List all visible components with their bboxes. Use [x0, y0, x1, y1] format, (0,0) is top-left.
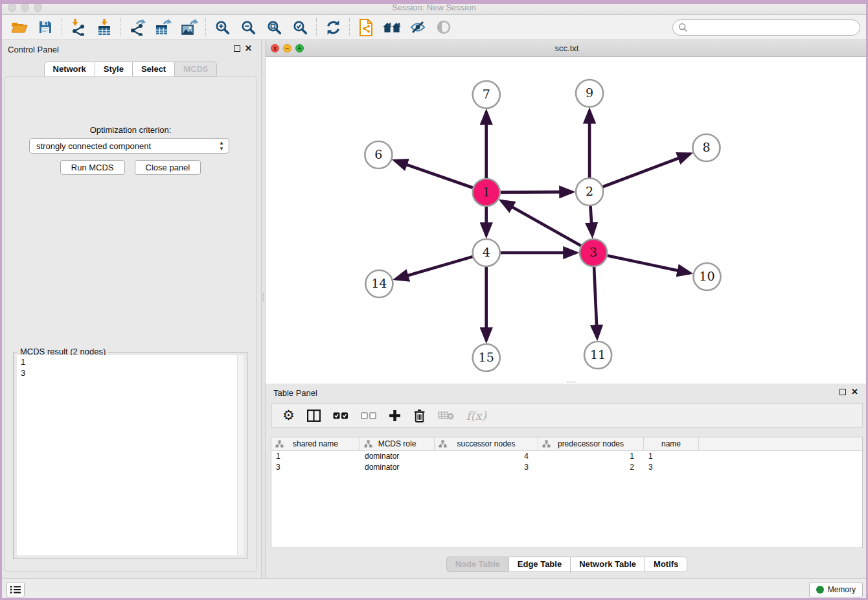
- control-panel-title: Control Panel: [8, 45, 59, 54]
- table-cell[interactable]: 3: [435, 462, 538, 473]
- table-row[interactable]: 1dominator411: [271, 451, 862, 462]
- column-header-predecessor-nodes[interactable]: predecessor nodes: [538, 437, 644, 450]
- network-graph[interactable]: 7968124314101511: [266, 57, 868, 384]
- graph-node-14[interactable]: 14: [365, 270, 393, 297]
- import-network-icon[interactable]: [65, 17, 91, 38]
- graph-node-2[interactable]: 2: [576, 178, 603, 205]
- delete-columns-icon[interactable]: [413, 409, 426, 422]
- table-cell[interactable]: dominator: [360, 462, 435, 473]
- table-cell[interactable]: 3: [644, 462, 699, 473]
- column-header-filler: [699, 437, 862, 450]
- export-table-icon[interactable]: [150, 17, 176, 38]
- import-table-icon[interactable]: [91, 17, 117, 38]
- graph-node-4[interactable]: 4: [473, 239, 500, 266]
- run-mcds-button[interactable]: Run MCDS: [60, 160, 125, 175]
- table-cell[interactable]: 1: [271, 451, 360, 462]
- zoom-in-icon[interactable]: [209, 17, 235, 38]
- create-column-icon[interactable]: [389, 410, 401, 422]
- tab-select[interactable]: Select: [133, 62, 175, 77]
- close-table-panel-icon[interactable]: ✕: [851, 387, 858, 397]
- tab-network[interactable]: Network: [44, 62, 95, 77]
- zoom-selected-icon[interactable]: [287, 17, 313, 38]
- svg-text:4: 4: [483, 246, 490, 260]
- table-row[interactable]: 3dominator323: [271, 462, 862, 473]
- memory-button[interactable]: Memory: [809, 582, 863, 597]
- graph-node-8[interactable]: 8: [692, 134, 720, 161]
- mcds-result-scrollbar[interactable]: [237, 355, 244, 555]
- session-title: Session: New Session: [0, 3, 868, 12]
- export-image-icon[interactable]: [176, 17, 202, 38]
- search-input[interactable]: [691, 23, 860, 32]
- main-toolbar: [0, 15, 868, 40]
- network-window-titlebar[interactable]: x − + scc.txt: [266, 40, 868, 57]
- table-tabs: Node TableEdge TableNetwork TableMotifs: [266, 557, 868, 572]
- tab-network-table[interactable]: Network Table: [571, 557, 645, 572]
- column-header-name[interactable]: name: [644, 437, 699, 450]
- refresh-icon[interactable]: [320, 17, 346, 38]
- network-canvas[interactable]: 7968124314101511: [266, 57, 868, 384]
- close-panel-button[interactable]: Close panel: [135, 160, 201, 175]
- svg-text:3: 3: [589, 246, 597, 260]
- graph-node-6[interactable]: 6: [365, 141, 392, 168]
- zoom-fit-icon[interactable]: [261, 17, 287, 38]
- graph-edge-3-11[interactable]: [594, 267, 597, 338]
- search-box[interactable]: [672, 19, 860, 36]
- mcds-result-group: MCDS result (2 nodes) 13: [13, 352, 247, 559]
- mcds-result-line: 1: [21, 356, 240, 367]
- graph-node-1[interactable]: 1: [473, 179, 500, 206]
- panel-splitter[interactable]: [261, 40, 266, 578]
- float-table-panel-icon[interactable]: [839, 389, 846, 395]
- graph-edge-1-2[interactable]: [501, 192, 572, 192]
- graph-node-3[interactable]: 3: [580, 239, 607, 266]
- column-header-successor-nodes[interactable]: successor nodes: [435, 437, 538, 450]
- table-cell[interactable]: 1: [538, 451, 644, 462]
- tab-motifs[interactable]: Motifs: [645, 557, 687, 572]
- table-cell[interactable]: 2: [538, 462, 644, 473]
- tab-node-table[interactable]: Node Table: [446, 557, 509, 572]
- home-icon[interactable]: [379, 17, 405, 38]
- graph-node-9[interactable]: 9: [576, 80, 603, 107]
- table-cell[interactable]: 1: [644, 451, 699, 462]
- graph-node-10[interactable]: 10: [693, 263, 720, 290]
- column-header-shared-name[interactable]: shared name: [271, 437, 360, 450]
- column-header-MCDS-role[interactable]: MCDS role: [360, 437, 435, 450]
- mcds-result-text[interactable]: 13: [17, 355, 244, 555]
- panel-list-icon[interactable]: [6, 582, 25, 597]
- graph-node-11[interactable]: 11: [584, 341, 611, 369]
- network-view-window: x − + scc.txt 7968124314101511: [266, 40, 868, 384]
- function-builder-icon[interactable]: f(x): [466, 409, 486, 422]
- criterion-select[interactable]: strongly connected component ▲▼: [29, 138, 229, 154]
- table-cell[interactable]: 4: [435, 451, 538, 462]
- control-panel: Control Panel ✕ NetworkStyleSelectMCDS O…: [0, 40, 261, 578]
- table-cell[interactable]: dominator: [360, 451, 435, 462]
- unselect-all-columns-icon[interactable]: [361, 412, 376, 419]
- tab-style[interactable]: Style: [95, 62, 133, 77]
- graph-edge-3-1[interactable]: [501, 201, 581, 246]
- new-network-icon[interactable]: [353, 17, 379, 38]
- table-cell[interactable]: 3: [271, 462, 360, 473]
- canvas-resize-handle[interactable]: [567, 381, 576, 383]
- graph-edge-3-10[interactable]: [608, 256, 690, 273]
- graph-edge-4-14[interactable]: [396, 257, 472, 279]
- graph-edge-2-3[interactable]: [590, 206, 592, 235]
- save-session-icon[interactable]: [32, 17, 58, 38]
- float-panel-icon[interactable]: [234, 45, 240, 52]
- open-session-icon[interactable]: [6, 17, 32, 38]
- delete-table-icon[interactable]: [438, 411, 454, 420]
- graph-edge-1-6[interactable]: [395, 161, 473, 188]
- graph-node-7[interactable]: 7: [473, 81, 500, 108]
- graph-node-15[interactable]: 15: [473, 344, 500, 371]
- tab-edge-table[interactable]: Edge Table: [509, 557, 571, 572]
- select-all-columns-icon[interactable]: [333, 412, 348, 419]
- svg-text:10: 10: [699, 270, 714, 284]
- show-graphics-details-icon[interactable]: [431, 17, 457, 38]
- tab-mcds[interactable]: MCDS: [175, 62, 217, 77]
- hide-graphics-details-icon[interactable]: [405, 17, 431, 38]
- graph-edge-2-8[interactable]: [603, 154, 690, 187]
- table-body: 1dominator4113dominator323: [271, 451, 862, 473]
- export-network-icon[interactable]: [124, 17, 150, 38]
- zoom-out-icon[interactable]: [235, 17, 261, 38]
- close-panel-icon[interactable]: ✕: [245, 43, 252, 54]
- table-options-icon[interactable]: ⚙: [282, 409, 295, 422]
- show-columns-icon[interactable]: [307, 410, 321, 422]
